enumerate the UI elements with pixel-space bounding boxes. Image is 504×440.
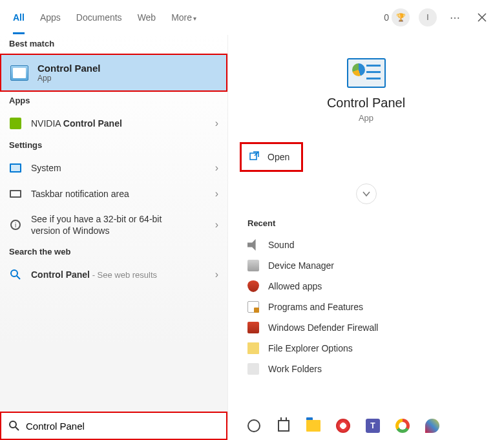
best-match-title: Control Panel (37, 63, 101, 74)
rewards-points: 0 (384, 12, 389, 23)
taskbar-chrome[interactable] (394, 417, 411, 434)
taskview-icon (278, 420, 289, 432)
preview-title: Control Panel (228, 96, 504, 110)
recent-file-explorer-options[interactable]: File Explorer Options (228, 338, 504, 359)
recent-header: Recent (228, 216, 504, 235)
results-panel: Best match Control Panel App Apps NVIDIA… (0, 35, 227, 423)
taskbar (233, 412, 504, 440)
tab-more-label: More (171, 12, 192, 23)
tab-all[interactable]: All (13, 6, 25, 29)
chevron-right-icon: › (215, 219, 218, 231)
result-32-64-bit[interactable]: i See if you have a 32-bit or 64-bit ver… (0, 207, 227, 243)
recent-allowed-apps[interactable]: Allowed apps (228, 276, 504, 297)
tab-apps[interactable]: Apps (40, 6, 61, 29)
recent-programs-features[interactable]: Programs and Features (228, 297, 504, 317)
svg-point-0 (11, 270, 17, 277)
result-taskbar-notification[interactable]: Taskbar notification area › (0, 181, 227, 207)
best-match-result[interactable]: Control Panel App (0, 54, 227, 92)
monitor-icon (10, 163, 21, 173)
best-match-header: Best match (0, 35, 227, 54)
taskbar-opera[interactable] (335, 417, 352, 434)
settings-section-header: Settings (0, 136, 227, 155)
avatar[interactable]: I (419, 8, 437, 26)
recent-label-text: Windows Defender Firewall (268, 322, 378, 333)
recent-defender-firewall[interactable]: Windows Defender Firewall (228, 317, 504, 338)
info-icon: i (10, 220, 21, 230)
header-right: 0 🏆 I ⋯ (384, 8, 491, 26)
more-options-button[interactable]: ⋯ (446, 8, 464, 26)
bit-label: See if you have a 32-bit or 64-bit versi… (31, 213, 193, 236)
search-web-header: Search the web (0, 243, 227, 262)
taskbar-explorer[interactable] (305, 417, 322, 434)
chevron-right-icon: › (215, 188, 218, 200)
recent-label-text: Device Manager (268, 260, 334, 271)
chevron-right-icon: › (215, 269, 218, 280)
recent-label-text: Sound (268, 240, 294, 250)
preview-header: Control Panel App (228, 58, 504, 123)
chrome-icon (395, 419, 410, 433)
folder-icon (306, 420, 320, 432)
teams-icon (366, 419, 380, 433)
close-icon (478, 13, 487, 22)
search-box[interactable] (0, 412, 227, 440)
search-icon (10, 269, 21, 280)
result-web-search[interactable]: Control Panel - See web results › (0, 262, 227, 288)
nvidia-icon (10, 118, 21, 129)
tab-web[interactable]: Web (138, 6, 156, 29)
opera-icon (336, 419, 350, 433)
cortana-icon (247, 419, 260, 432)
filter-tabs: All Apps Documents Web More▾ (13, 6, 384, 29)
taskbar-cortana[interactable] (246, 417, 262, 434)
search-input[interactable] (26, 421, 218, 432)
firewall-icon (247, 322, 259, 333)
paint-icon (425, 419, 439, 433)
open-action[interactable]: Open (242, 144, 301, 170)
search-icon (9, 421, 19, 431)
folder-options-icon (247, 342, 259, 354)
recent-label-text: Programs and Features (268, 302, 363, 312)
svg-point-3 (10, 421, 16, 428)
tab-documents[interactable]: Documents (76, 6, 122, 29)
tab-more[interactable]: More▾ (171, 6, 196, 29)
chevron-right-icon: › (215, 162, 218, 174)
taskbar-label: Taskbar notification area (31, 189, 129, 199)
taskbar-icon (10, 190, 21, 198)
preview-panel: Control Panel App Open Recent Sound Devi… (227, 35, 504, 423)
best-match-text: Control Panel App (37, 63, 101, 83)
nvidia-label: NVIDIA Control Panel (31, 118, 122, 129)
header-bar: All Apps Documents Web More▾ 0 🏆 I ⋯ (0, 0, 504, 35)
rewards-badge[interactable]: 0 🏆 (384, 8, 410, 26)
best-match-subtitle: App (37, 74, 101, 83)
recent-label-text: Work Folders (268, 364, 322, 374)
recent-device-manager[interactable]: Device Manager (228, 255, 504, 276)
result-system[interactable]: System › (0, 155, 227, 181)
shield-icon (247, 280, 259, 292)
work-folders-icon (247, 363, 259, 375)
result-nvidia-control-panel[interactable]: NVIDIA Control Panel › (0, 110, 227, 136)
expand-button[interactable] (356, 183, 377, 204)
open-label: Open (268, 152, 289, 162)
svg-line-1 (17, 276, 20, 279)
speaker-icon (247, 239, 259, 251)
web-label: Control Panel - See web results (31, 269, 157, 280)
recent-label-text: Allowed apps (268, 281, 322, 291)
trophy-icon: 🏆 (392, 8, 410, 26)
preview-subtitle: App (228, 113, 504, 123)
open-icon (249, 151, 260, 163)
taskbar-taskview[interactable] (275, 417, 292, 434)
close-button[interactable] (473, 8, 491, 26)
open-highlight-box: Open (240, 142, 303, 172)
chevron-down-icon (362, 190, 370, 198)
control-panel-icon (10, 65, 28, 81)
taskbar-teams[interactable] (364, 417, 381, 434)
recent-work-folders[interactable]: Work Folders (228, 359, 504, 379)
recent-sound[interactable]: Sound (228, 235, 504, 255)
recent-label-text: File Explorer Options (268, 343, 353, 353)
apps-section-header: Apps (0, 92, 227, 110)
programs-icon (247, 301, 259, 313)
chevron-right-icon: › (215, 118, 218, 129)
chevron-down-icon: ▾ (193, 15, 196, 22)
taskbar-paint3d[interactable] (424, 417, 441, 434)
main-content: Best match Control Panel App Apps NVIDIA… (0, 35, 504, 423)
system-label: System (31, 163, 61, 173)
